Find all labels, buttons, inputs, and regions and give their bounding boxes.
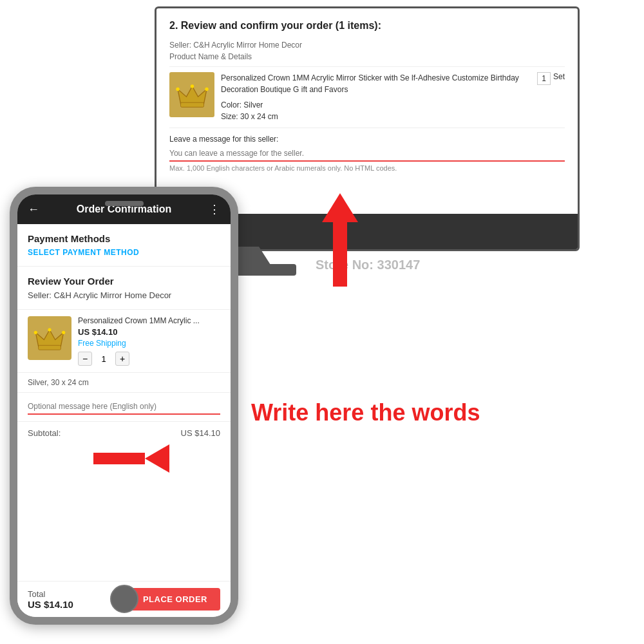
monitor-product-name: Personalized Crown 1MM Acrylic Mirror St… bbox=[221, 72, 531, 95]
arrow-left-shaft bbox=[93, 453, 145, 464]
phone-shipping-label: Free Shipping bbox=[78, 339, 220, 348]
write-here-annotation: Write here the words bbox=[251, 399, 480, 426]
monitor-product-image bbox=[169, 72, 214, 117]
phone-product-image bbox=[28, 316, 71, 360]
subtotal-value: US $14.10 bbox=[181, 428, 220, 438]
monitor-seller-label: Seller: C&H Acrylic Mirror Home Decor bbox=[169, 41, 565, 50]
monitor-size-label: Size: bbox=[221, 112, 238, 121]
monitor-qty-box: 1 bbox=[537, 72, 551, 85]
total-amount: US $14.10 bbox=[28, 599, 73, 610]
select-payment-link[interactable]: SELECT PAYMENT METHOD bbox=[28, 248, 220, 257]
monitor-product-name-label: Product Name & Details bbox=[169, 52, 565, 61]
phone-qty-row: − 1 + bbox=[78, 352, 220, 366]
phone-seller-label: Seller: C&H Acrylic Mirror Home Decor bbox=[28, 290, 220, 300]
qty-decrease-button[interactable]: − bbox=[78, 352, 92, 366]
svg-point-8 bbox=[34, 331, 37, 334]
monitor-color-label: Color: bbox=[221, 100, 242, 109]
phone-product-price: US $14.10 bbox=[78, 327, 220, 337]
review-order-section: Review Your Order Seller: C&H Acrylic Mi… bbox=[17, 267, 231, 310]
payment-methods-section: Payment Methods SELECT PAYMENT METHOD bbox=[17, 224, 231, 267]
monitor-size-value: 30 x 24 cm bbox=[240, 112, 278, 121]
phone-home-button[interactable] bbox=[110, 585, 138, 613]
svg-marker-0 bbox=[178, 86, 207, 104]
monitor-message-label: Leave a message for this seller: bbox=[169, 135, 565, 144]
phone-variant: Silver, 30 x 24 cm bbox=[17, 373, 231, 393]
monitor-section-title: 2. Review and confirm your order (1 item… bbox=[169, 20, 565, 32]
monitor-product-info: Personalized Crown 1MM Acrylic Mirror St… bbox=[214, 72, 537, 122]
monitor-message-hint: Max. 1,000 English characters or Arabic … bbox=[169, 164, 565, 172]
subtotal-label: Subtotal: bbox=[28, 428, 61, 438]
monitor-color-row: Color: Silver bbox=[221, 99, 531, 111]
menu-icon[interactable]: ⋮ bbox=[209, 202, 220, 216]
svg-point-2 bbox=[190, 84, 193, 88]
review-order-title: Review Your Order bbox=[28, 276, 220, 287]
monitor-product-row: Personalized Crown 1MM Acrylic Mirror St… bbox=[169, 66, 565, 128]
monitor-qty-unit: Set bbox=[553, 72, 565, 81]
svg-point-4 bbox=[205, 87, 208, 90]
qty-increase-button[interactable]: + bbox=[115, 352, 129, 366]
monitor-message-input[interactable] bbox=[169, 146, 565, 162]
payment-methods-title: Payment Methods bbox=[28, 233, 220, 244]
phone-message-section bbox=[17, 393, 231, 422]
monitor-qty-area: 1 Set bbox=[537, 72, 565, 85]
arrow-up-head bbox=[322, 193, 358, 222]
svg-point-7 bbox=[48, 328, 51, 331]
arrow-up-shaft bbox=[333, 222, 347, 287]
svg-point-9 bbox=[62, 331, 65, 334]
total-area: Total US $14.10 bbox=[28, 589, 73, 610]
monitor-color-value: Silver bbox=[243, 100, 263, 109]
back-icon[interactable]: ← bbox=[28, 203, 39, 216]
phone-product-name: Personalized Crown 1MM Acrylic ... bbox=[78, 316, 220, 325]
svg-marker-5 bbox=[35, 330, 63, 346]
qty-value: 1 bbox=[97, 354, 110, 364]
phone-subtotal-row: Subtotal: US $14.10 bbox=[17, 422, 231, 442]
phone-screen: ← Order Confirmation ⋮ Payment Methods S… bbox=[17, 194, 231, 617]
arrow-left-head bbox=[145, 444, 169, 473]
phone-message-input[interactable] bbox=[28, 399, 220, 415]
place-order-button[interactable]: PLACE ORDER bbox=[130, 588, 220, 611]
phone-body: Payment Methods SELECT PAYMENT METHOD Re… bbox=[17, 224, 231, 581]
svg-point-3 bbox=[176, 87, 179, 90]
monitor-size-row: Size: 30 x 24 cm bbox=[221, 111, 531, 122]
arrow-left bbox=[93, 444, 169, 473]
total-label: Total bbox=[28, 589, 73, 599]
phone-header: ← Order Confirmation ⋮ bbox=[17, 194, 231, 224]
phone-product-info: Personalized Crown 1MM Acrylic ... US $1… bbox=[78, 316, 220, 366]
svg-rect-1 bbox=[180, 102, 204, 107]
svg-rect-6 bbox=[39, 345, 61, 350]
phone-speaker bbox=[105, 201, 144, 206]
arrow-up bbox=[322, 193, 358, 287]
phone-product-row: Personalized Crown 1MM Acrylic ... US $1… bbox=[17, 310, 231, 373]
phone: ← Order Confirmation ⋮ Payment Methods S… bbox=[10, 187, 238, 625]
